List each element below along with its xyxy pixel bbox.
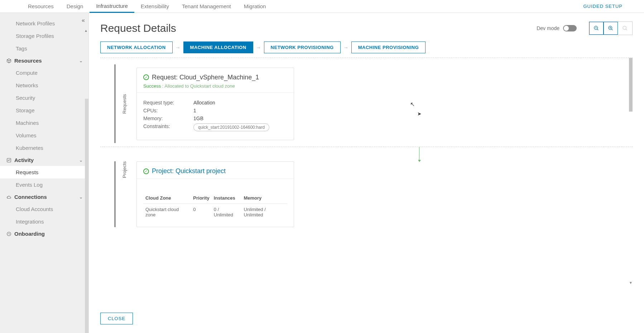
zoom-reset-button (618, 22, 632, 35)
sidebar-section-label: Connections (14, 194, 47, 200)
zoom-controls (589, 21, 633, 35)
onboarding-icon (6, 231, 12, 236)
arrow-right-icon: → (256, 45, 261, 50)
sidebar-item-networks[interactable]: Networks (0, 79, 88, 92)
dev-mode-toggle[interactable] (563, 25, 577, 31)
svg-line-6 (611, 29, 612, 30)
arrow-right-icon: → (343, 45, 349, 50)
kv-label: CPUs: (143, 108, 193, 113)
chevron-down-icon: ⌄ (79, 58, 83, 63)
nav-resources[interactable]: Resources (21, 0, 60, 12)
step-network-provisioning[interactable]: NETWORK PROVISIONING (264, 41, 341, 53)
arrow-right-icon: → (176, 45, 181, 50)
sidebar-item-security[interactable]: Security (0, 92, 88, 104)
sidebar-item-storage-profiles[interactable]: Storage Profiles (0, 30, 88, 42)
main-content: Request Details Dev mode NETW (89, 13, 644, 333)
col-memory: Memory (241, 192, 287, 204)
success-icon: ✓ (143, 74, 149, 80)
cell-priority: 0 (191, 204, 212, 221)
kv-label: Memory: (143, 116, 193, 121)
step-network-allocation[interactable]: NETWORK ALLOCATION (100, 41, 173, 53)
status-line: Success : Allocated to Quickstart cloud … (143, 83, 287, 89)
kv-value: 1 (193, 108, 196, 113)
project-card[interactable]: ✓ Project: Quickstart project Cloud Zon (136, 161, 294, 227)
sidebar-section-connections[interactable]: Connections ⌄ (0, 191, 88, 203)
svg-line-10 (626, 29, 627, 30)
chevron-down-icon: ⌄ (79, 195, 83, 200)
sidebar-section-label: Onboarding (14, 231, 45, 237)
sidebar-item-storage[interactable]: Storage (0, 104, 88, 117)
col-cloud-zone: Cloud Zone (143, 192, 191, 204)
sidebar-section-label: Resources (14, 58, 42, 64)
col-instances: Instances (212, 192, 242, 204)
kv-label: Request type: (143, 100, 193, 106)
nav-tenant-management[interactable]: Tenant Management (176, 0, 237, 12)
col-priority: Priority (191, 192, 212, 204)
activity-icon (6, 158, 12, 163)
sidebar-item-events-log[interactable]: Events Log (0, 178, 88, 191)
svg-point-9 (623, 26, 626, 29)
top-nav: Resources Design Infrastructure Extensib… (0, 0, 644, 13)
connector-arrow (419, 147, 419, 161)
sidebar: « ▲ Network Profiles Storage Profiles Ta… (0, 13, 89, 333)
success-icon: ✓ (143, 168, 149, 174)
table-row[interactable]: Quickstart cloud zone 0 0 / Unlimited Un… (143, 204, 287, 221)
close-button[interactable]: CLOSE (100, 313, 133, 324)
sidebar-item-volumes[interactable]: Volumes (0, 129, 88, 142)
sidebar-item-requests[interactable]: Requests (0, 166, 88, 178)
cell-memory: Unlimited / Unlimited (241, 204, 287, 221)
request-title: Request: Cloud_vSphere_Machine_1 (152, 74, 259, 81)
kv-value: Allocation (193, 100, 215, 106)
zoom-out-button[interactable] (589, 22, 604, 35)
nav-infrastructure[interactable]: Infrastructure (90, 0, 134, 13)
sidebar-item-network-profiles[interactable]: Network Profiles (0, 17, 88, 30)
cell-zone: Quickstart cloud zone (143, 204, 191, 221)
sidebar-section-resources[interactable]: Resources ⌄ (0, 55, 88, 67)
nav-extensibility[interactable]: Extensibility (134, 0, 176, 12)
step-bar: NETWORK ALLOCATION → MACHINE ALLOCATION … (100, 41, 633, 53)
step-machine-allocation[interactable]: MACHINE ALLOCATION (183, 41, 253, 53)
cloud-icon (6, 195, 12, 200)
step-machine-provisioning[interactable]: MACHINE PROVISIONING (351, 41, 426, 53)
kv-value: 1GB (193, 116, 203, 121)
sidebar-item-cloud-accounts[interactable]: Cloud Accounts (0, 203, 88, 215)
sidebar-collapse-icon[interactable]: « (82, 17, 85, 24)
guided-setup-link[interactable]: GUIDED SETUP (583, 4, 623, 9)
sidebar-item-kubernetes[interactable]: Kubernetes (0, 142, 88, 154)
page-title: Request Details (100, 22, 176, 34)
request-card[interactable]: ✓ Request: Cloud_vSphere_Machine_1 Succe… (136, 68, 294, 140)
sidebar-scrollbar[interactable] (85, 99, 88, 333)
svg-line-3 (597, 29, 598, 30)
sidebar-section-activity[interactable]: Activity ⌄ (0, 154, 88, 166)
dev-mode-label: Dev mode (537, 25, 559, 31)
constraint-pill[interactable]: quick_start:20191002-164600:hard (193, 123, 269, 131)
rail-label-projects: Projects (120, 161, 129, 200)
cube-icon (6, 58, 12, 63)
sidebar-section-onboarding[interactable]: Onboarding (0, 228, 88, 240)
sidebar-item-integrations[interactable]: Integrations (0, 215, 88, 228)
rail-label-requests: Requests (120, 94, 129, 114)
cell-instances: 0 / Unlimited (212, 204, 242, 221)
sidebar-item-compute[interactable]: Compute (0, 67, 88, 79)
canvas[interactable]: Requests ✓ Request: Cloud_vSphere_Machin… (100, 58, 633, 306)
project-title[interactable]: Project: Quickstart project (152, 167, 226, 175)
scroll-up-icon[interactable]: ▲ (84, 29, 88, 33)
nav-migration[interactable]: Migration (237, 0, 273, 12)
chevron-down-icon: ⌄ (79, 158, 83, 163)
sidebar-section-label: Activity (14, 157, 34, 163)
zoom-in-button[interactable] (604, 22, 618, 35)
kv-label: Constraints: (143, 123, 193, 131)
nav-design[interactable]: Design (60, 0, 90, 12)
sidebar-item-tags[interactable]: Tags (0, 42, 88, 55)
scroll-down-icon[interactable]: ▼ (629, 281, 633, 285)
sidebar-item-machines[interactable]: Machines (0, 117, 88, 129)
project-table: Cloud Zone Priority Instances Memory Qui… (143, 192, 287, 220)
